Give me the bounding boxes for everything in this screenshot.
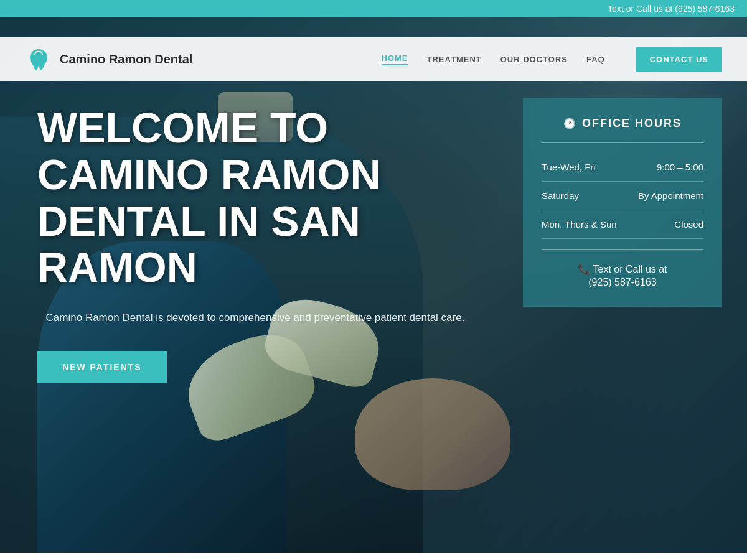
oh-divider-top — [542, 142, 703, 143]
nav-home[interactable]: HOME — [382, 54, 408, 65]
new-patients-button[interactable]: NEW PATIENTS — [37, 351, 167, 383]
contact-button[interactable]: CONTACT US — [636, 47, 722, 72]
nav-faq[interactable]: FAQ — [586, 55, 605, 64]
logo-area: Camino Ramon Dental — [25, 45, 382, 73]
top-banner: Text or Call us at (925) 587-6163 — [0, 0, 747, 17]
oh-divider-bottom — [542, 249, 703, 250]
oh-contact: 📞 Text or Call us at (925) 587-6163 — [542, 262, 703, 288]
oh-row-1: Saturday By Appointment — [542, 182, 703, 210]
nav-treatment[interactable]: TREATMENT — [427, 55, 482, 64]
oh-phone[interactable]: (925) 587-6163 — [542, 277, 703, 288]
oh-time-0: 9:00 – 5:00 — [657, 162, 703, 172]
phone-icon: 📞 — [578, 264, 590, 274]
oh-day-0: Tue-Wed, Fri — [542, 162, 596, 172]
oh-row-0: Tue-Wed, Fri 9:00 – 5:00 — [542, 153, 703, 182]
hero-section: Camino Ramon Dental HOME TREATMENT OUR D… — [0, 17, 747, 553]
patient-head — [355, 378, 510, 490]
hero-title: WELCOME TO CAMINO RAMON DENTAL IN SAN RA… — [37, 105, 473, 291]
office-hours-title: OFFICE HOURS — [582, 117, 682, 130]
oh-row-2: Mon, Thurs & Sun Closed — [542, 210, 703, 239]
nav-links: HOME TREATMENT OUR DOCTORS FAQ CONTACT U… — [382, 47, 722, 72]
hero-content: WELCOME TO CAMINO RAMON DENTAL IN SAN RA… — [37, 105, 473, 383]
logo-text: Camino Ramon Dental — [60, 52, 192, 67]
hero-subtitle: Camino Ramon Dental is devoted to compre… — [37, 309, 473, 326]
logo-icon — [25, 45, 52, 73]
top-banner-text: Text or Call us at (925) 587-6163 — [608, 4, 735, 14]
navbar: Camino Ramon Dental HOME TREATMENT OUR D… — [0, 37, 747, 81]
oh-time-1: By Appointment — [638, 190, 703, 201]
office-hours-header: 🕐 OFFICE HOURS — [542, 117, 703, 130]
oh-day-1: Saturday — [542, 190, 579, 201]
oh-contact-label: 📞 Text or Call us at — [542, 262, 703, 277]
clock-icon: 🕐 — [563, 118, 576, 129]
office-hours-card: 🕐 OFFICE HOURS Tue-Wed, Fri 9:00 – 5:00 … — [523, 98, 722, 307]
oh-time-2: Closed — [674, 219, 703, 230]
oh-day-2: Mon, Thurs & Sun — [542, 219, 617, 230]
nav-doctors[interactable]: OUR DOCTORS — [500, 55, 568, 64]
